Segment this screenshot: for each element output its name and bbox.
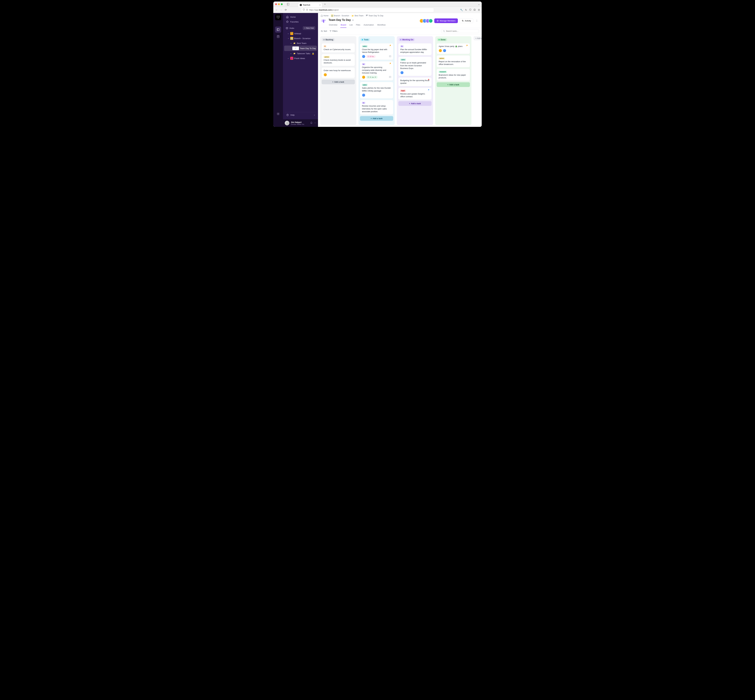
avatar [439, 49, 442, 52]
task-card[interactable]: adminCheck inventory levels to avoid sto… [322, 54, 355, 66]
nav-favorites[interactable]: Favorites [285, 19, 316, 24]
breadcrumb-folder[interactable]: 📁Best Team [352, 15, 363, 17]
window-close[interactable] [275, 3, 277, 5]
nav-home[interactable]: Home [285, 14, 316, 19]
avatar [362, 94, 365, 97]
folder-best-team[interactable]: ▾📁Best Team [284, 41, 317, 45]
new-tab-button[interactable]: + [323, 2, 327, 6]
breadcrumb-label: Best Team [355, 15, 363, 17]
tab-files[interactable]: Files [356, 23, 361, 28]
menu-icon[interactable]: ☰ [478, 9, 480, 11]
tab-automation[interactable]: Automation [363, 23, 374, 28]
column-header: Backlog [322, 38, 355, 42]
task-card[interactable]: salesFollow up on leads generated from t… [399, 57, 431, 76]
nav-forward-button[interactable]: → [280, 9, 283, 11]
url-bar[interactable]: https://app.teamhub.com/project/ [301, 8, 434, 12]
nav-reload-button[interactable]: ⟳ [284, 8, 287, 11]
close-icon[interactable]: × [319, 4, 320, 6]
rail-settings[interactable] [275, 111, 281, 117]
breadcrumb-project[interactable]: Team Day To Day [366, 14, 383, 17]
tab-board[interactable]: Board [340, 23, 346, 28]
flag-icon [428, 89, 430, 92]
history-icon[interactable]: ↻ [465, 9, 467, 11]
svg-rect-16 [366, 15, 367, 16]
search-box[interactable] [441, 29, 479, 33]
column-title-pill[interactable]: Todo [360, 38, 370, 41]
column-title-pill[interactable]: Backlog [322, 38, 335, 41]
task-card[interactable]: researchBrainstorm ideas for new paper p… [437, 69, 470, 81]
task-card[interactable]: hrPlan the annual Dundee Mifflin employe… [399, 43, 431, 55]
task-title: Plan the annual Dundee Mifflin employee … [400, 48, 430, 54]
add-task-button[interactable]: + Add a task [322, 80, 355, 84]
sidebar-toggle-icon[interactable] [287, 3, 289, 5]
add-column-button[interactable]: + Add a new [474, 36, 482, 40]
extensions-icon[interactable] [474, 9, 476, 11]
activity-button[interactable]: Activity [460, 19, 473, 23]
devtools-icon[interactable]: 🔧 [460, 9, 463, 11]
sort-label: Sort [324, 30, 327, 32]
task-card[interactable]: itCheck on Cybersecurity issues. [322, 43, 355, 53]
breadcrumb-hub[interactable]: 🏢Branch - Scranton [331, 14, 349, 17]
page-title: Team Day To Day [328, 19, 351, 22]
user-block[interactable]: Jim Halpert Dunder Mifflin Inc ⋯ [283, 119, 318, 127]
hub-athlead[interactable]: ▸🏅Athlead [284, 31, 317, 36]
more-icon[interactable]: ⋮ [475, 19, 479, 23]
shield-icon [303, 9, 305, 11]
task-card[interactable]: adminReport on the renovation of the off… [437, 55, 470, 67]
nav-hubs-header[interactable]: Hubs [286, 27, 302, 30]
more-icon[interactable]: ⋯ [314, 122, 316, 125]
add-task-button[interactable]: + Add a task [399, 101, 431, 106]
hub-prank-ideas[interactable]: ▸😈Prank Ideas [284, 56, 317, 61]
search-input[interactable] [446, 30, 477, 32]
view-tabs: OverviewBoardListFilesAutomationWorkflow [328, 23, 386, 28]
star-icon[interactable]: ☆ [352, 19, 354, 21]
tabs-overflow-icon[interactable]: ⌄ [478, 3, 480, 6]
task-card[interactable]: salesSales pitches for the new Dunder Mi… [360, 82, 393, 98]
nav-help[interactable]: Help› [285, 112, 316, 118]
task-tag: admin [439, 57, 445, 59]
svg-point-10 [278, 114, 278, 114]
hub-branch-scranton[interactable]: ▾🏢Branch - Scranton [284, 36, 317, 41]
task-card[interactable]: Budgeting for the upcoming fiscal quarte… [399, 77, 431, 86]
rail-projects[interactable] [275, 27, 281, 33]
folder-label: Best Team [297, 42, 306, 44]
sort-button[interactable]: Sort [321, 30, 327, 32]
project-team-day-to-day[interactable]: Team Day To Day [284, 45, 317, 51]
bell-icon[interactable] [310, 122, 313, 125]
user-org: Dunder Mifflin Inc [291, 123, 304, 125]
rail-docs[interactable] [275, 33, 281, 39]
window-minimize[interactable] [278, 3, 280, 5]
browser-toolbar: ← → ⟳ https://app.teamhub.com/project/ 🔧… [273, 7, 482, 13]
breadcrumb-home[interactable]: Home [321, 15, 328, 17]
add-task-button[interactable]: + Add a task [437, 82, 470, 87]
task-card[interactable]: legalReview and update Dwight's office c… [399, 88, 431, 100]
task-card[interactable]: hrReview resumes and setup interviews fo… [360, 100, 393, 115]
task-tag: legal [400, 90, 406, 92]
filters-button[interactable]: Filters [330, 30, 338, 32]
nav-back-button[interactable]: ← [275, 9, 278, 11]
chevron-right-icon: ▸ [290, 53, 292, 55]
manage-members-button[interactable]: Manage Members [434, 19, 458, 23]
browser-tab[interactable]: T Teamhub × [298, 3, 322, 7]
hub-icon: 🏅 [290, 32, 293, 35]
svg-point-24 [443, 30, 444, 31]
folder-takeover[interactable]: ▸📁Takeover Talks 🔒 [284, 51, 317, 56]
tab-overview[interactable]: Overview [328, 23, 338, 28]
user-name: Jim Halpert [291, 121, 304, 123]
pocket-icon[interactable] [469, 9, 471, 11]
add-task-button[interactable]: + Add a task [360, 116, 393, 121]
member-avatars[interactable] [420, 19, 433, 23]
new-hub-button[interactable]: + New Hub [303, 26, 315, 30]
column-title-pill[interactable]: Done [437, 38, 447, 41]
window-maximize[interactable] [281, 3, 283, 5]
task-card[interactable]: hrOrganize the upcoming company-wide div… [360, 61, 393, 80]
task-card[interactable]: Order new hoop for warehouse. [322, 67, 355, 78]
breadcrumb-label: Team Day To Day [369, 15, 383, 17]
tab-list[interactable]: List [349, 23, 353, 28]
column-title-pill[interactable]: Working On [399, 38, 415, 41]
app-logo[interactable] [275, 14, 281, 20]
task-card[interactable]: salesClose the big paper deal with Vance… [360, 43, 393, 60]
tab-workflow[interactable]: Workflow [377, 23, 386, 28]
svg-point-23 [437, 20, 439, 22]
task-card[interactable]: Agree Xmas party 🎄 plans [437, 43, 470, 54]
